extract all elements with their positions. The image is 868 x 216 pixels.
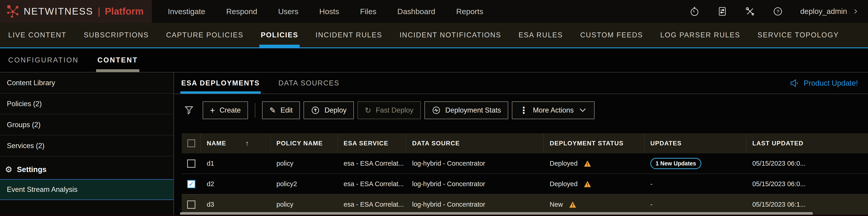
nav2-item-esa-rules[interactable]: ESA RULES (517, 23, 564, 48)
column-header-updates[interactable]: UPDATES (644, 133, 746, 153)
deployment-stats-button[interactable]: Deployment Stats (425, 101, 508, 119)
column-header-deployment-status[interactable]: DEPLOYMENT STATUS (544, 133, 644, 153)
updates-text: - (650, 180, 653, 188)
chevron-down-icon (578, 106, 587, 115)
warning-icon (584, 160, 591, 167)
warning-icon (569, 201, 577, 209)
main-panel: ESA DEPLOYMENTSDATA SOURCES Product Upda… (174, 72, 868, 216)
cell-deployment-status: Deployed (544, 180, 644, 188)
row-checkbox-d3[interactable] (187, 200, 195, 209)
help-icon[interactable]: ? (773, 6, 783, 17)
active-underline (180, 91, 261, 94)
netwitness-app: NETWITNESS | Platform InvestigateRespond… (0, 0, 868, 216)
sidebar-settings-items: Event Stream Analysis (0, 179, 174, 200)
jobs-icon[interactable] (717, 6, 727, 17)
row-checkbox-d2[interactable]: ✓ (187, 180, 195, 188)
tab-esa-deployments[interactable]: ESA DEPLOYMENTS (180, 72, 261, 94)
tab-data-sources[interactable]: DATA SOURCES (278, 72, 340, 94)
cell-name: d2 (201, 180, 271, 188)
nav3-item-configuration[interactable]: CONFIGURATION (7, 48, 80, 72)
top-bar: NETWITNESS | Platform InvestigateRespond… (0, 0, 868, 23)
nav2-item-service-topology[interactable]: SERVICE TOPOLOGY (756, 23, 840, 48)
cell-checkbox: ✓ (182, 180, 201, 188)
active-underline (96, 69, 140, 72)
cell-name: d1 (201, 160, 271, 167)
netwitness-logo-icon (6, 4, 20, 19)
row-checkbox-d1[interactable] (187, 159, 195, 168)
nav-hosts[interactable]: Hosts (319, 7, 339, 16)
sidebar-item-event-stream-analysis[interactable]: Event Stream Analysis (0, 179, 174, 200)
pencil-icon: ✎ (269, 106, 276, 114)
table-header-row: NAME↑POLICY NAMEESA SERVICEDATA SOURCEDE… (182, 133, 868, 153)
main-tabs-row: ESA DEPLOYMENTSDATA SOURCES Product Upda… (174, 72, 868, 94)
updates-text: - (650, 201, 653, 208)
nav3-item-content[interactable]: CONTENT (96, 48, 140, 72)
nav-files[interactable]: Files (360, 7, 376, 16)
status-text: Deployed (550, 160, 578, 167)
nav-dashboard[interactable]: Dashboard (397, 7, 435, 16)
stopwatch-icon[interactable] (689, 6, 700, 17)
status-text: New (550, 201, 563, 208)
main-tabs: ESA DEPLOYMENTSDATA SOURCES (180, 72, 340, 94)
select-all-checkbox[interactable] (187, 140, 195, 147)
nav2-item-incident-notifications[interactable]: INCIDENT NOTIFICATIONS (398, 23, 503, 48)
sidebar-item-groups-2[interactable]: Groups (2) (0, 114, 174, 135)
fast-deploy-button[interactable]: ↻Fast Deploy (358, 101, 421, 119)
cell-policy-name: policy (271, 201, 338, 208)
nav-respond[interactable]: Respond (226, 7, 257, 16)
nav2-item-capture-policies[interactable]: CAPTURE POLICIES (165, 23, 245, 48)
gear-icon: ⚙ (5, 165, 12, 174)
active-underline (259, 45, 300, 48)
nav-investigate[interactable]: Investigate (168, 7, 205, 16)
nav2-item-custom-feeds[interactable]: CUSTOM FEEDS (579, 23, 644, 48)
admin-tools-icon[interactable] (745, 6, 755, 17)
column-header-name[interactable]: NAME↑ (201, 133, 271, 153)
nav2-item-policies[interactable]: POLICIES (259, 23, 300, 48)
toolbar-divider (255, 103, 255, 118)
cell-checkbox (182, 159, 201, 168)
plus-icon: + (210, 106, 215, 115)
content-area: Content LibraryPolicies (2)Groups (2)Ser… (0, 72, 868, 216)
sidebar-items: Content LibraryPolicies (2)Groups (2)Ser… (0, 72, 174, 156)
nav2-item-live-content[interactable]: LIVE CONTENT (7, 23, 68, 48)
cell-esa-service: esa - ESA Correlat... (338, 160, 406, 167)
user-name: deploy_admin (800, 7, 847, 16)
user-menu[interactable]: deploy_admin (800, 7, 859, 16)
sidebar-item-services-2[interactable]: Services (2) (0, 135, 174, 156)
secondary-nav: LIVE CONTENTSUBSCRIPTIONSCAPTURE POLICIE… (0, 23, 868, 48)
nav2-item-subscriptions[interactable]: SUBSCRIPTIONS (83, 23, 150, 48)
updates-badge[interactable]: 1 New Updates (650, 158, 701, 169)
brand-logo[interactable]: NETWITNESS | Platform (0, 0, 152, 23)
top-right-icons: ? deploy_admin (689, 0, 868, 23)
table-row-d2[interactable]: ✓d2policy2esa - ESA Correlat...log-hybri… (182, 174, 868, 194)
sidebar-item-policies-2[interactable]: Policies (2) (0, 93, 174, 114)
nav-users[interactable]: Users (278, 7, 299, 16)
table-row-d1[interactable]: d1policyesa - ESA Correlat...log-hybrid … (182, 153, 868, 174)
cell-updates: 1 New Updates (644, 158, 746, 169)
table-body: d1policyesa - ESA Correlat...log-hybrid … (182, 153, 868, 215)
cell-data-source: log-hybrid - Concentrator (406, 201, 544, 208)
filter-icon[interactable] (184, 105, 194, 115)
sort-asc-icon: ↑ (245, 140, 249, 147)
nav2-item-log-parser-rules[interactable]: LOG PARSER RULES (659, 23, 742, 48)
column-header-data-source[interactable]: DATA SOURCE (406, 133, 544, 153)
product-update-link[interactable]: Product Update! (790, 72, 858, 94)
column-header-policy-name[interactable]: POLICY NAME (271, 133, 338, 153)
column-header-esa-service[interactable]: ESA SERVICE (338, 133, 406, 153)
cell-last-updated: 05/15/2023 06:0... (746, 180, 868, 188)
cell-esa-service: esa - ESA Correlat... (338, 201, 406, 208)
create-button[interactable]: +Create (203, 101, 248, 119)
column-header-last-updated[interactable]: LAST UPDATED (746, 133, 868, 153)
cell-deployment-status: Deployed (544, 160, 644, 167)
edit-button[interactable]: ✎Edit (262, 101, 300, 119)
brand-name: NETWITNESS (24, 6, 93, 17)
sidebar-item-content-library[interactable]: Content Library (0, 72, 174, 93)
deploy-button[interactable]: Deploy (304, 101, 354, 119)
table-row-d3[interactable]: d3policyesa - ESA Correlat...log-hybrid … (182, 194, 868, 215)
cell-last-updated: 05/15/2023 06:0... (746, 160, 868, 167)
nav-reports[interactable]: Reports (456, 7, 483, 16)
more-actions-button[interactable]: ⋮More Actions (512, 101, 594, 119)
cell-checkbox (182, 200, 201, 209)
nav2-item-incident-rules[interactable]: INCIDENT RULES (314, 23, 384, 48)
cell-deployment-status: New (544, 201, 644, 209)
